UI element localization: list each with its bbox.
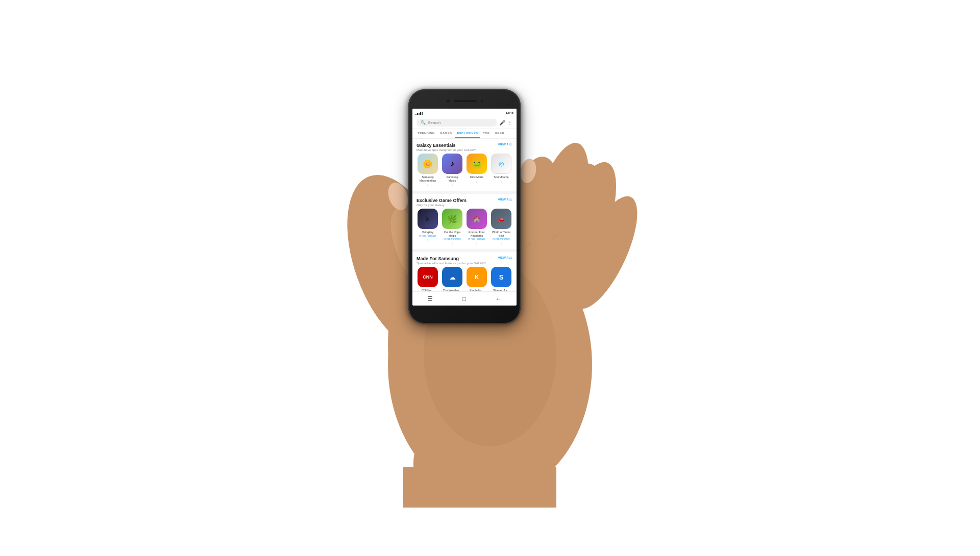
phone-screen: 12:45 🔍 Search 🎤 ⋮: [412, 109, 517, 306]
bar4: [420, 112, 421, 115]
search-bar[interactable]: 🔍 Search 🎤 ⋮: [412, 117, 517, 129]
tab-games[interactable]: GAMES: [438, 129, 454, 138]
app-rope[interactable]: 🌿 Cut the Rope Magic In-App Purchase ↓: [441, 209, 463, 245]
main-scene: 12:45 🔍 Search 🎤 ⋮: [311, 48, 669, 508]
soundcamp-name: Soundcamp: [494, 175, 508, 179]
soundcamp-symbol: ◎: [499, 160, 504, 167]
svg-rect-9: [403, 467, 556, 508]
section-title-games-left: Exclusive Game Offers Only for your Gala…: [416, 198, 467, 207]
app-tanks[interactable]: 🚗 World of Tanks Blitz In-App Purchase ↓: [490, 209, 512, 245]
section-header-samsung: Made For Samsung Special benefits and fe…: [416, 256, 512, 265]
app-icon-kindle: K: [467, 267, 487, 287]
kindle-text: K: [475, 274, 479, 280]
marshmallow-symbol: 🌼: [423, 159, 433, 169]
status-bar: 12:45: [412, 109, 517, 117]
essentials-view-all[interactable]: VIEW ALL: [498, 143, 512, 146]
app-icon-marshmallow: 🌼: [418, 154, 438, 174]
app-vainglory[interactable]: ⚔ Vainglory In-App Purchase ↓: [416, 209, 439, 245]
nav-home[interactable]: □: [462, 295, 466, 302]
app-icon-tanks: 🚗: [491, 209, 511, 229]
tab-top[interactable]: TOP: [481, 129, 492, 138]
more-options-icon[interactable]: ⋮: [507, 120, 512, 125]
exclusive-games-section: Exclusive Game Offers Only for your Gala…: [412, 194, 517, 249]
front-speaker: [454, 100, 477, 102]
tanks-download[interactable]: ↓: [500, 241, 502, 245]
bottom-navigation[interactable]: ☰ □ ←: [412, 291, 517, 306]
app-icon-music: ♪: [442, 154, 462, 174]
kids-download[interactable]: ↓: [476, 180, 478, 184]
app-icon-cnn: CNN: [418, 267, 438, 287]
vainglory-symbol: ⚔: [425, 216, 430, 222]
nav-back[interactable]: ←: [496, 295, 502, 302]
app-cnn[interactable]: CNN CNN for...: [416, 267, 439, 292]
essentials-title: Galaxy Essentials: [416, 143, 476, 148]
rope-symbol: 🌿: [447, 214, 457, 224]
section-title-left: Galaxy Essentials Must-have apps designe…: [416, 143, 476, 151]
app-icon-empire: 🏰: [467, 209, 487, 229]
app-music[interactable]: ♪ SamsungMusic ↓: [441, 154, 463, 187]
main-content: Galaxy Essentials Must-have apps designe…: [412, 139, 517, 301]
front-sensor: [481, 100, 483, 102]
search-input-area[interactable]: 🔍 Search: [416, 119, 497, 127]
games-title: Exclusive Game Offers: [416, 198, 467, 203]
section-title-samsung-left: Made For Samsung Special benefits and fe…: [416, 256, 486, 265]
phone-device: 12:45 🔍 Search 🎤 ⋮: [408, 89, 521, 324]
rope-download[interactable]: ↓: [451, 241, 453, 245]
bar3: [419, 113, 420, 115]
music-download[interactable]: ↓: [451, 183, 453, 187]
cnn-text: CNN: [423, 274, 433, 280]
app-icon-rope: 🌿: [442, 209, 462, 229]
samsung-view-all[interactable]: VIEW ALL: [498, 256, 512, 259]
phone-top-bar: [412, 93, 517, 109]
samsung-subtitle: Special benefits and features just for y…: [416, 262, 486, 265]
games-view-all[interactable]: VIEW ALL: [498, 198, 512, 201]
tanks-name: World of Tanks Blitz: [490, 231, 512, 237]
app-soundcamp[interactable]: ◎ Soundcamp ↓: [490, 154, 512, 187]
app-kindle[interactable]: K Kindle for...: [465, 267, 488, 292]
samsung-app-grid: CNN CNN for... ☁ T: [416, 267, 512, 292]
marshmallow-name: SamsungMarshmallow: [420, 175, 436, 182]
empire-symbol: 🏰: [473, 216, 480, 222]
empire-sub: In-App Purchase: [468, 238, 485, 240]
tab-trending[interactable]: TRENDING: [415, 129, 437, 138]
app-weather[interactable]: ☁ The Weather...: [441, 267, 463, 292]
nav-recent-apps[interactable]: ☰: [427, 295, 433, 302]
shazam-text: S: [499, 273, 504, 281]
app-icon-soundcamp: ◎: [491, 154, 511, 174]
vainglory-download[interactable]: ↓: [427, 238, 429, 242]
app-empire[interactable]: 🏰 Empire: Four Kingdoms In-App Purchase …: [465, 209, 488, 245]
kids-name: Kids Mode: [470, 175, 483, 179]
weather-symbol: ☁: [449, 273, 456, 281]
made-for-samsung-section: Made For Samsung Special benefits and fe…: [412, 252, 517, 296]
rope-name: Cut the Rope Magic: [441, 231, 463, 237]
search-icon: 🔍: [421, 120, 426, 125]
microphone-icon[interactable]: 🎤: [499, 120, 505, 125]
section-header-essentials: Galaxy Essentials Must-have apps designe…: [416, 143, 512, 151]
app-shazam[interactable]: S Shazam for...: [490, 267, 512, 292]
soundcamp-download[interactable]: ↓: [500, 180, 502, 184]
music-name: SamsungMusic: [446, 175, 458, 182]
nav-tabs[interactable]: TRENDING GAMES EXCLUSIVES TOP GEAR: [412, 129, 517, 139]
page-background: 12:45 🔍 Search 🎤 ⋮: [0, 0, 980, 556]
tab-exclusives[interactable]: EXCLUSIVES: [455, 129, 480, 138]
games-app-grid: ⚔ Vainglory In-App Purchase ↓: [416, 209, 512, 245]
app-icon-weather: ☁: [442, 267, 462, 287]
empire-name: Empire: Four Kingdoms: [465, 231, 488, 237]
tanks-sub: In-App Purchase: [493, 238, 510, 240]
marshmallow-download[interactable]: ↓: [427, 183, 429, 187]
app-icon-kids: 🐸: [467, 154, 487, 174]
phone-frame: 12:45 🔍 Search 🎤 ⋮: [408, 89, 521, 324]
essentials-subtitle: Must-have apps designed for your GALAXY.: [416, 148, 476, 151]
kids-symbol: 🐸: [472, 159, 482, 169]
section-header-games: Exclusive Game Offers Only for your Gala…: [416, 198, 512, 207]
galaxy-essentials-section: Galaxy Essentials Must-have apps designe…: [412, 139, 517, 191]
app-kids[interactable]: 🐸 Kids Mode ↓: [465, 154, 488, 187]
app-marshmallow[interactable]: 🌼 SamsungMarshmallow ↓: [416, 154, 439, 187]
status-right: 12:45: [506, 111, 513, 114]
status-time: 12:45: [506, 111, 513, 114]
bar5: [422, 112, 423, 115]
tab-gear[interactable]: GEAR: [493, 129, 506, 138]
vainglory-sub: In-App Purchase: [419, 235, 436, 237]
signal-strength: [415, 111, 423, 115]
empire-download[interactable]: ↓: [476, 241, 478, 245]
